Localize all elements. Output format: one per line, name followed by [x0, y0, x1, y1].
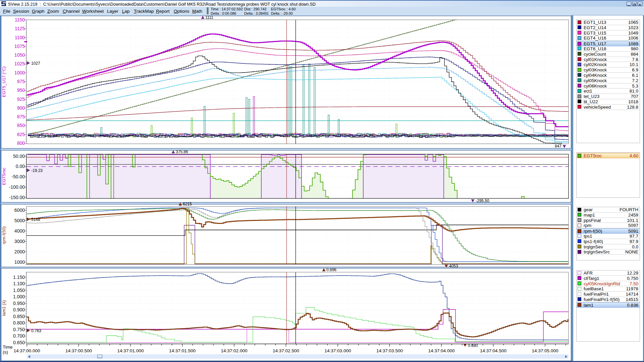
svg-text:14:37:04.000: 14:37:04.000 — [428, 348, 455, 353]
svg-text:0.700: 0.700 — [13, 333, 25, 339]
svg-text:14:37:02.000: 14:37:02.000 — [221, 348, 248, 353]
svg-text:0.750: 0.750 — [13, 327, 25, 332]
svg-text:0.800: 0.800 — [13, 320, 25, 325]
svg-text:14:37:04.500: 14:37:04.500 — [480, 348, 506, 353]
svg-text:0.650: 0.650 — [13, 340, 25, 345]
svg-text:14:37:01.000: 14:37:01.000 — [117, 348, 144, 353]
svg-text:0.763: 0.763 — [31, 328, 41, 333]
svg-text:1.050: 1.050 — [13, 288, 25, 293]
svg-text:14:37:02.500: 14:37:02.500 — [273, 348, 299, 353]
svg-text:1.100: 1.100 — [13, 281, 25, 286]
svg-text:1.150: 1.150 — [13, 275, 25, 280]
svg-text:Time: Time — [3, 345, 13, 350]
svg-text:0.850: 0.850 — [13, 314, 25, 319]
svg-text:0.950: 0.950 — [13, 301, 25, 306]
svg-text:1.000: 1.000 — [13, 294, 25, 299]
svg-text:14:37:03.500: 14:37:03.500 — [376, 348, 403, 353]
svg-text:14:37:00.500: 14:37:00.500 — [65, 348, 92, 353]
svg-text:0.896: 0.896 — [326, 267, 336, 272]
svg-text:14:37:01.500: 14:37:01.500 — [169, 348, 196, 353]
svg-text:lam1 (λ): lam1 (λ) — [1, 300, 6, 316]
svg-text:14:37:03.000: 14:37:03.000 — [325, 348, 351, 353]
svg-text:0.900: 0.900 — [13, 307, 25, 312]
svg-text:14:37:00.000: 14:37:00.000 — [14, 348, 40, 353]
svg-text:(s): (s) — [3, 350, 8, 355]
svg-text:14:37:05.000: 14:37:05.000 — [532, 348, 558, 353]
